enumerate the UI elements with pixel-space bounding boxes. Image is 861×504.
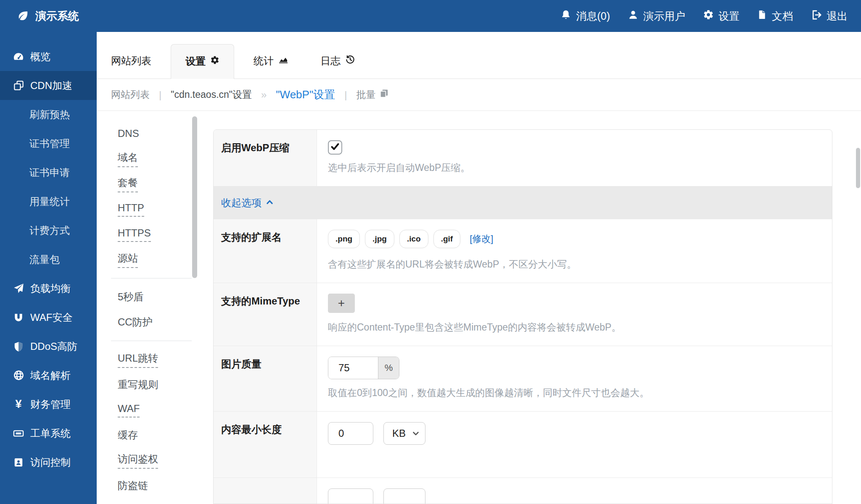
subnav-item-domains[interactable]: 域名 (118, 146, 192, 171)
sidebar-item-traffic-package[interactable]: 流量包 (0, 245, 97, 274)
sidebar-item-cdn[interactable]: CDN加速 (0, 71, 97, 100)
subnav-item-http[interactable]: HTTP (118, 197, 192, 222)
paper-plane-icon (12, 283, 25, 294)
settings-label: 设置 (718, 9, 740, 23)
webp-form-wrap: 启用WebP压缩 选中后表示开启自动WebP压缩。 收起选项 (213, 129, 832, 504)
subnav-item-cache[interactable]: 缓存 (118, 423, 192, 448)
breadcrumb-separator: » (261, 89, 267, 101)
sidebar-item-ddos[interactable]: DDoS高防 (0, 332, 97, 361)
min-length-unit-select[interactable]: KB (383, 422, 425, 445)
logout-button[interactable]: 退出 (802, 9, 848, 23)
edit-extensions-link[interactable]: [修改] (470, 233, 493, 245)
gauge-icon (12, 51, 25, 63)
logout-label: 退出 (827, 9, 848, 23)
collapse-options-link[interactable]: 收起选项 (221, 196, 274, 210)
subnav-divider (111, 278, 192, 278)
page-scrollbar-thumb[interactable] (856, 148, 860, 188)
user-menu[interactable]: 演示用户 (619, 9, 694, 23)
form-row-min-length: 内容最小长度 KB (214, 411, 832, 478)
subnav-item-rewrite-rules[interactable]: 重写规则 (118, 372, 192, 397)
app-logo[interactable]: 演示系统 (16, 9, 79, 24)
sidebar-item-overview[interactable]: 概览 (0, 42, 97, 71)
id-card-icon (12, 457, 25, 468)
settings-body: DNS 域名 套餐 HTTP HTTPS 源站 5秒盾 CC防护 URL跳转 重… (97, 111, 861, 504)
partial-value-input[interactable] (328, 488, 373, 504)
inner-scrollbar (192, 111, 198, 504)
sidebar-item-finance[interactable]: ¥ 财务管理 (0, 390, 97, 419)
min-length-input[interactable] (328, 422, 373, 445)
inner-scrollbar-thumb[interactable] (192, 116, 197, 278)
quality-input[interactable] (328, 357, 378, 379)
form-row-mime-type: 支持的MimeType + 响应的Content-Type里包含这些MimeTy… (214, 283, 832, 346)
gear-icon (210, 55, 219, 67)
form-row-enable-webp: 启用WebP压缩 选中后表示开启自动WebP压缩。 (214, 130, 832, 186)
sidebar-item-load-balancer[interactable]: 负载均衡 (0, 274, 97, 303)
sidebar-item-dns-resolution[interactable]: 域名解析 (0, 361, 97, 390)
extension-chip: .png (328, 230, 360, 248)
extension-chips: .png .jpg .ico .gif [修改] (328, 230, 819, 248)
subnav-item-url-redirect[interactable]: URL跳转 (118, 347, 192, 372)
leaf-icon (16, 10, 29, 22)
breadcrumb-site-list[interactable]: 网站列表 (111, 88, 150, 101)
tab-statistics[interactable]: 统计 (241, 54, 301, 79)
breadcrumb-separator: | (159, 89, 161, 101)
sidebar-item-access-control[interactable]: 访问控制 (0, 448, 97, 477)
subnav-item-hotlink-protection[interactable]: 防盗链 (118, 473, 192, 498)
subnav-item-access-auth[interactable]: 访问鉴权 (118, 448, 192, 473)
docs-label: 文档 (772, 9, 793, 23)
sidebar-item-refresh-preheat[interactable]: 刷新预热 (0, 100, 97, 129)
field-label (214, 478, 317, 504)
form-row-extensions: 支持的扩展名 .png .jpg .ico .gif [修改] 含有这些扩展名的… (214, 219, 832, 283)
tab-logs[interactable]: 日志 (308, 54, 368, 79)
subnav-item-dns[interactable]: DNS (118, 121, 192, 146)
field-label: 启用WebP压缩 (214, 130, 317, 186)
field-description: 含有这些扩展名的URL将会被转成WebP，不区分大小写。 (328, 258, 819, 271)
enable-webp-checkbox[interactable] (328, 140, 342, 155)
sidebar-item-billing-method[interactable]: 计费方式 (0, 216, 97, 245)
checkmark-icon (330, 142, 340, 153)
form-row-collapse-options: 收起选项 (214, 186, 832, 219)
user-label: 演示用户 (643, 9, 685, 23)
tab-settings[interactable]: 设置 (171, 44, 234, 79)
sidebar-item-cert-management[interactable]: 证书管理 (0, 129, 97, 158)
extension-chip: .gif (433, 230, 461, 248)
breadcrumb-webp-settings[interactable]: "WebP"设置 (276, 87, 335, 102)
tab-site-list[interactable]: 网站列表 (111, 54, 164, 79)
breadcrumb-separator: | (344, 89, 347, 101)
subnav-item-5s-shield[interactable]: 5秒盾 (118, 284, 192, 310)
user-icon (628, 9, 639, 23)
document-icon (757, 9, 767, 23)
sidebar-item-waf[interactable]: WAF安全 (0, 303, 97, 332)
sidebar-item-cert-apply[interactable]: 证书申请 (0, 158, 97, 187)
subnav-item-origin[interactable]: 源站 (118, 247, 192, 272)
subnav-item-https[interactable]: HTTPS (118, 222, 192, 247)
quality-input-group: % (328, 357, 399, 379)
cdn-admin-page: 演示系统 消息(0) 演示用户 设置 文档 退出 (0, 0, 861, 504)
subnav-item-waf[interactable]: WAF (118, 397, 192, 423)
chevron-down-icon (412, 429, 420, 438)
breadcrumb-site-settings[interactable]: "cdn.teaos.cn"设置 (171, 88, 252, 101)
field-label: 图片质量 (214, 346, 317, 411)
add-mime-type-button[interactable]: + (328, 294, 355, 313)
settings-subnav: DNS 域名 套餐 HTTP HTTPS 源站 5秒盾 CC防护 URL跳转 重… (108, 111, 192, 504)
sidebar-item-tickets[interactable]: 工单系统 (0, 419, 97, 448)
docs-button[interactable]: 文档 (748, 9, 802, 23)
bell-icon (560, 9, 571, 23)
subnav-item-cc-protection[interactable]: CC防护 (118, 310, 192, 335)
quality-unit-suffix: % (378, 357, 399, 379)
settings-button[interactable]: 设置 (694, 9, 748, 23)
messages-button[interactable]: 消息(0) (552, 9, 619, 23)
top-bar: 演示系统 消息(0) 演示用户 设置 文档 退出 (0, 0, 861, 32)
history-icon (345, 55, 355, 67)
form-row-partial (214, 478, 832, 504)
subnav-item-plan[interactable]: 套餐 (118, 171, 192, 197)
shield-icon (12, 341, 25, 352)
content-area: 网站列表 设置 统计 日志 网站列表 | "cdn.te (97, 32, 861, 504)
batch-link[interactable]: 批量 (356, 88, 389, 101)
magnet-icon (12, 312, 25, 323)
gear-icon (703, 9, 714, 23)
globe-icon (12, 370, 25, 381)
partial-unit-select[interactable] (383, 488, 425, 504)
sidebar-item-usage-stats[interactable]: 用量统计 (0, 187, 97, 216)
app-title: 演示系统 (35, 9, 79, 24)
